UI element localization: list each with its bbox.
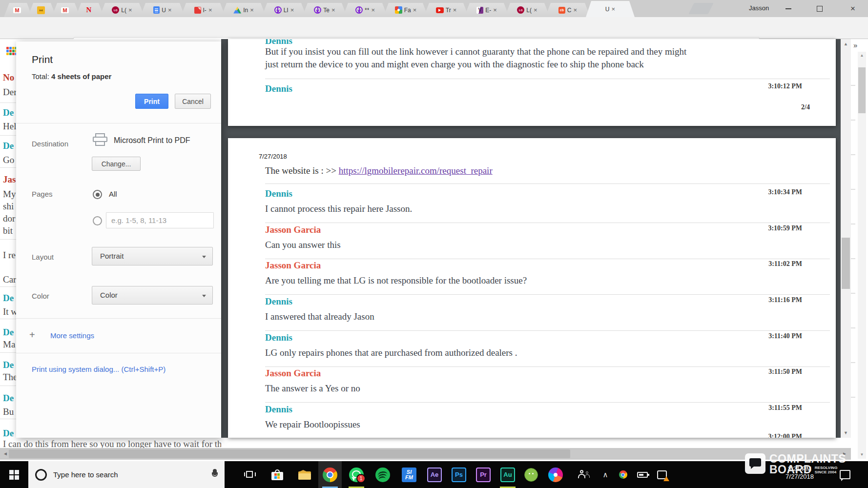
more-settings-link[interactable]: More settings xyxy=(50,331,94,340)
maximize-button[interactable] xyxy=(808,0,831,17)
people-icon xyxy=(578,470,590,480)
browser-tab[interactable]: U × xyxy=(140,3,185,17)
store-button[interactable] xyxy=(266,461,289,488)
system-dialog-link[interactable]: Print using system dialog... (Ctrl+Shift… xyxy=(32,365,165,373)
layout-select[interactable]: Portrait xyxy=(92,247,213,265)
print-button[interactable]: Print xyxy=(135,94,168,109)
tab-close-icon[interactable]: × xyxy=(250,7,254,13)
browser-tab[interactable]: In × xyxy=(221,3,266,17)
photoshop-button[interactable]: Ps xyxy=(447,461,471,488)
browser-tab[interactable]: × xyxy=(4,3,32,17)
scrollbar-thumb[interactable] xyxy=(858,67,866,113)
taskbar-search[interactable]: Type here to search xyxy=(28,461,225,488)
overflow-chevron-icon: » xyxy=(853,41,857,49)
color-label: Color xyxy=(32,292,49,300)
task-view-button[interactable] xyxy=(238,461,262,488)
preview-scrollbar[interactable]: ▲ ▼ xyxy=(841,39,851,438)
battery-button[interactable] xyxy=(633,461,652,488)
scroll-down-icon[interactable]: ▼ xyxy=(841,430,851,435)
cortana-icon[interactable] xyxy=(35,469,47,481)
clipped-chat-text: De xyxy=(3,107,14,118)
tab-close-icon[interactable]: × xyxy=(371,7,375,13)
new-tab-button[interactable] xyxy=(688,3,713,14)
tab-close-icon[interactable]: × xyxy=(290,7,294,13)
browser-tab[interactable]: I- × xyxy=(181,3,226,17)
tab-close-icon[interactable]: × xyxy=(453,7,457,13)
window-close-button[interactable]: × xyxy=(841,0,865,17)
tab-favicon xyxy=(436,7,444,13)
tab-close-icon[interactable]: × xyxy=(574,7,578,13)
pages-all-label[interactable]: All xyxy=(109,190,117,198)
profile-name[interactable]: Jasson xyxy=(749,4,769,12)
start-button[interactable] xyxy=(0,461,28,488)
divider xyxy=(16,353,221,353)
browser-tab[interactable]: U × xyxy=(586,1,635,17)
tab-close-icon[interactable]: × xyxy=(208,7,212,13)
sender-name: Jasson Garcia xyxy=(265,260,321,270)
minimize-button[interactable] xyxy=(777,0,800,17)
browser-tab[interactable]: Tr × xyxy=(424,3,469,17)
tab-close-icon[interactable]: × xyxy=(413,7,417,13)
chat-row: Dennis 3:11:16 PM I answered that alread… xyxy=(265,296,830,332)
scroll-left-icon[interactable]: ◄ xyxy=(3,448,8,460)
tab-close-icon[interactable]: × xyxy=(612,6,616,12)
plus-icon: + xyxy=(29,329,35,341)
browser-tab[interactable]: C × xyxy=(545,3,590,17)
scroll-right-icon[interactable]: ► xyxy=(842,448,847,460)
chrome-button[interactable] xyxy=(318,461,342,488)
browser-tab[interactable]: L( × xyxy=(505,3,550,17)
browser-tab[interactable]: LI × xyxy=(262,3,307,17)
alert-tray-button[interactable] xyxy=(652,461,672,488)
print-preview-area: Dennis But if you insist you can fill ou… xyxy=(221,39,851,438)
change-destination-button[interactable]: Change... xyxy=(92,157,141,171)
browser-tab[interactable]: ** × xyxy=(343,3,388,17)
browser-tab[interactable]: Fa × xyxy=(383,3,428,17)
browser-tab[interactable]: × xyxy=(52,3,80,17)
taskbar-clock[interactable]: 3:21 PM 7/27/2018 xyxy=(774,465,825,481)
people-button[interactable] xyxy=(572,461,596,488)
spotify-button[interactable] xyxy=(371,461,394,488)
search-placeholder[interactable]: Type here to search xyxy=(53,470,118,479)
clipped-chat-text: The xyxy=(3,372,18,383)
action-center-button[interactable] xyxy=(833,461,857,488)
tab-close-icon[interactable]: × xyxy=(168,7,172,13)
scroll-up-icon[interactable]: ▲ xyxy=(841,41,851,46)
tab-close-icon[interactable]: × xyxy=(128,7,132,13)
message-time: 3:11:02 PM xyxy=(768,260,802,268)
premiere-button[interactable]: Pr xyxy=(472,461,495,488)
browser-tab[interactable]: × xyxy=(28,3,56,17)
after-effects-button[interactable]: Ae xyxy=(423,461,446,488)
audition-button[interactable]: Au xyxy=(496,461,519,488)
firefox-button[interactable] xyxy=(544,461,567,488)
file-explorer-button[interactable] xyxy=(293,461,316,488)
tab-close-icon[interactable]: × xyxy=(493,7,497,13)
scrollbar-thumb[interactable] xyxy=(9,449,570,458)
sifm-button[interactable]: SIFM xyxy=(397,461,421,488)
tab-title: Te xyxy=(323,7,330,14)
browser-tab[interactable]: L( × xyxy=(100,3,145,17)
browser-tab[interactable]: × xyxy=(76,3,104,17)
pages-range-input[interactable] xyxy=(106,212,214,228)
tab-favicon xyxy=(37,6,45,14)
tab-close-icon[interactable]: × xyxy=(534,7,537,13)
microphone-icon[interactable] xyxy=(212,469,218,480)
color-select[interactable]: Color xyxy=(92,286,213,305)
browser-tab[interactable]: E- × xyxy=(464,3,509,17)
android-studio-button[interactable] xyxy=(519,461,543,488)
tray-expand-button[interactable]: ∧ xyxy=(597,461,614,488)
scroll-up-icon[interactable]: ▲ xyxy=(858,53,866,58)
pages-range-radio[interactable] xyxy=(93,216,102,225)
scrollbar-thumb[interactable] xyxy=(842,238,850,289)
pages-all-radio[interactable] xyxy=(93,190,102,199)
tab-close-icon[interactable]: × xyxy=(331,7,335,13)
whatsapp-button[interactable]: 1 xyxy=(345,461,368,488)
tray-chrome-button[interactable] xyxy=(614,461,632,488)
scroll-down-icon[interactable]: ▼ xyxy=(858,452,866,457)
horizontal-scrollbar[interactable]: ◄ ► xyxy=(0,448,851,460)
page-scrollbar[interactable]: ▲ ▼ xyxy=(858,52,866,459)
cancel-button[interactable]: Cancel xyxy=(175,94,211,109)
tab-title: LI xyxy=(284,7,289,14)
tab-title: U xyxy=(605,6,610,13)
browser-tab[interactable]: Te × xyxy=(302,3,347,17)
message-text: The answer is a Yes or no xyxy=(265,383,360,394)
